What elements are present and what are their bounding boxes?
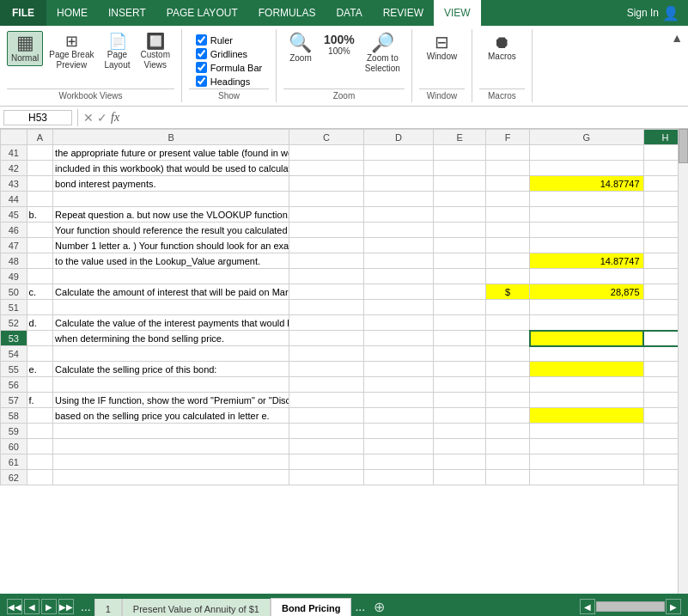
cell-F60[interactable]	[486, 439, 530, 454]
cell-A62[interactable]	[27, 470, 53, 485]
normal-view-button[interactable]: ▦ Normal	[7, 31, 43, 66]
page-break-preview-button[interactable]: ⊞ Page BreakPreview	[45, 31, 98, 73]
cell-A58[interactable]	[27, 408, 53, 424]
cell-E58[interactable]	[434, 408, 486, 424]
cell-F46[interactable]	[486, 223, 530, 238]
cell-C56[interactable]	[289, 377, 364, 393]
insert-function-icon[interactable]: fx	[111, 111, 119, 125]
cell-F56[interactable]	[486, 377, 530, 393]
cell-E50[interactable]	[434, 284, 486, 300]
cell-E44[interactable]	[434, 192, 486, 207]
cell-B61[interactable]	[53, 454, 289, 470]
cell-A52[interactable]: d.	[27, 315, 53, 331]
cell-D42[interactable]	[363, 161, 433, 176]
cell-D56[interactable]	[363, 377, 433, 393]
cell-C61[interactable]	[289, 454, 364, 470]
formula-input[interactable]	[123, 111, 688, 125]
cell-B59[interactable]	[53, 424, 289, 439]
cell-G49[interactable]	[530, 269, 643, 284]
cell-F54[interactable]	[486, 346, 530, 362]
vertical-scrollbar[interactable]	[678, 129, 688, 594]
cell-A61[interactable]	[27, 454, 53, 470]
cell-D57[interactable]	[363, 393, 433, 408]
cell-B52[interactable]: Calculate the value of the interest paym…	[53, 315, 289, 331]
gridlines-checkbox[interactable]: Gridlines	[196, 48, 247, 59]
cell-G60[interactable]	[530, 439, 643, 454]
cell-E41[interactable]	[434, 145, 486, 161]
cell-D60[interactable]	[363, 439, 433, 454]
col-header-D[interactable]: D	[363, 130, 433, 145]
nav-last-button[interactable]: ▶▶	[58, 599, 74, 614]
cell-A44[interactable]	[27, 192, 53, 207]
cell-E59[interactable]	[434, 424, 486, 439]
cell-A46[interactable]	[27, 223, 53, 238]
cell-E60[interactable]	[434, 439, 486, 454]
sheet-tab-ellipsis-right[interactable]: ...	[351, 600, 368, 613]
cell-F53[interactable]	[486, 331, 530, 346]
zoom-button[interactable]: 🔍 Zoom	[283, 31, 318, 66]
cell-B56[interactable]	[53, 377, 289, 393]
cell-D52[interactable]	[363, 315, 433, 331]
cell-F43[interactable]	[486, 176, 530, 192]
cell-G44[interactable]	[530, 192, 643, 207]
cell-F41[interactable]	[486, 145, 530, 161]
col-header-F[interactable]: F	[486, 130, 530, 145]
cell-G52[interactable]	[530, 315, 643, 331]
cell-G62[interactable]	[530, 470, 643, 485]
custom-views-button[interactable]: 🔲 CustomViews	[137, 31, 174, 73]
tab-pagelayout[interactable]: PAGE LAYOUT	[156, 0, 248, 26]
cell-D48[interactable]	[363, 253, 433, 269]
cell-C48[interactable]	[289, 253, 364, 269]
cell-E49[interactable]	[434, 269, 486, 284]
cell-F62[interactable]	[486, 470, 530, 485]
cell-C62[interactable]	[289, 470, 364, 485]
cell-G43[interactable]: 14.87747	[530, 176, 643, 192]
sheet-tab-1[interactable]: 1	[94, 599, 122, 616]
confirm-formula-icon[interactable]: ✓	[97, 111, 107, 125]
cell-B43[interactable]: bond interest payments.	[53, 176, 289, 192]
cancel-formula-icon[interactable]: ✕	[83, 111, 94, 125]
cell-C44[interactable]	[289, 192, 364, 207]
cell-C52[interactable]	[289, 315, 364, 331]
cell-C45[interactable]	[289, 207, 364, 223]
headings-checkbox[interactable]: Headings	[196, 76, 250, 87]
ruler-checkbox[interactable]: Ruler	[196, 34, 233, 46]
cell-C46[interactable]	[289, 223, 364, 238]
sheet-tab-present-value[interactable]: Present Value of Annuity of $1	[122, 599, 271, 616]
cell-C43[interactable]	[289, 176, 364, 192]
cell-D47[interactable]	[363, 238, 433, 253]
cell-B57[interactable]: Using the IF function, show the word "Pr…	[53, 393, 289, 408]
cell-C58[interactable]	[289, 408, 364, 424]
cell-D44[interactable]	[363, 192, 433, 207]
tab-insert[interactable]: INSERT	[98, 0, 156, 26]
cell-G45[interactable]	[530, 207, 643, 223]
cell-A48[interactable]	[27, 253, 53, 269]
cell-G41[interactable]	[530, 145, 643, 161]
cell-G58[interactable]	[530, 408, 643, 424]
macros-button[interactable]: ⏺ Macros	[484, 31, 521, 64]
cell-E48[interactable]	[434, 253, 486, 269]
col-header-A[interactable]: A	[27, 130, 53, 145]
cell-B45[interactable]: Repeat question a. but now use the VLOOK…	[53, 207, 289, 223]
window-button[interactable]: ⊟ Window	[423, 31, 462, 64]
cell-E52[interactable]	[434, 315, 486, 331]
cell-B62[interactable]	[53, 470, 289, 485]
cell-B42[interactable]: included in this workbook) that would be…	[53, 161, 289, 176]
cell-F51[interactable]	[486, 300, 530, 315]
cell-E45[interactable]	[434, 207, 486, 223]
cell-B51[interactable]	[53, 300, 289, 315]
cell-A54[interactable]	[27, 346, 53, 362]
cell-F49[interactable]	[486, 269, 530, 284]
cell-F48[interactable]	[486, 253, 530, 269]
cell-C54[interactable]	[289, 346, 364, 362]
tab-view[interactable]: VIEW	[434, 0, 481, 26]
add-sheet-button[interactable]: ⊕	[368, 599, 390, 615]
name-box[interactable]	[3, 110, 72, 125]
cell-A50[interactable]: c.	[27, 284, 53, 300]
formula-bar-checkbox[interactable]: Formula Bar	[196, 62, 263, 73]
cell-B55[interactable]: Calculate the selling price of this bond…	[53, 362, 289, 377]
cell-F42[interactable]	[486, 161, 530, 176]
cell-C41[interactable]	[289, 145, 364, 161]
cell-E43[interactable]	[434, 176, 486, 192]
cell-C60[interactable]	[289, 439, 364, 454]
